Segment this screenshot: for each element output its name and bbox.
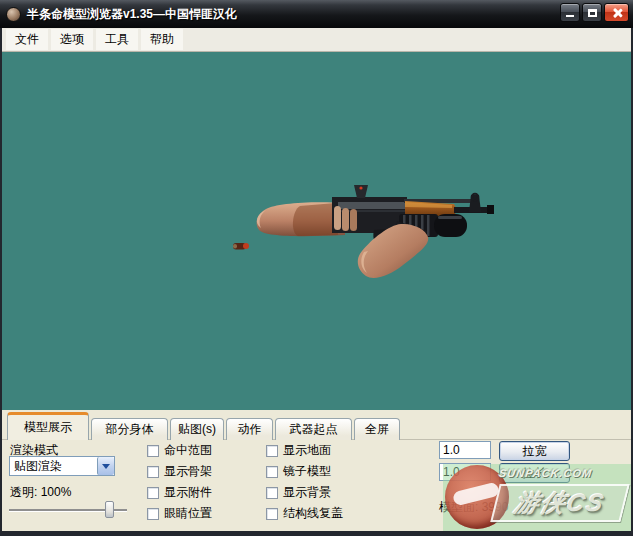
model-viewport[interactable] — [2, 52, 631, 410]
wood-handguard — [405, 201, 457, 216]
stretch-width-button[interactable]: 拉宽 — [499, 441, 570, 461]
checkbox-box[interactable] — [147, 466, 159, 478]
maximize-button[interactable] — [582, 3, 602, 22]
checkbox-box[interactable] — [266, 487, 278, 499]
control-panel: 模型展示 部分身体 贴图(s) 动作 武器起点 全屏 渲染模式 贴图渲染 透明:… — [2, 410, 631, 531]
render-mode-value: 贴图渲染 — [10, 458, 97, 475]
app-icon — [6, 7, 21, 22]
tab-weapon-origin[interactable]: 武器起点 — [275, 418, 352, 440]
checkbox-box[interactable] — [266, 445, 278, 457]
maximize-icon — [588, 9, 597, 17]
checkbox-wireframe-overlay[interactable]: 结构线复盖 — [266, 505, 343, 522]
minimize-button[interactable] — [560, 3, 580, 22]
tab-body-parts[interactable]: 部分身体 — [91, 418, 168, 440]
opacity-label: 透明: 100% — [10, 484, 71, 501]
slider-thumb[interactable] — [105, 501, 114, 518]
poly-count: 模型面: 3990 — [439, 499, 508, 516]
checkbox-background[interactable]: 显示背景 — [266, 484, 331, 501]
checkbox-eye-position[interactable]: 眼睛位置 — [147, 505, 212, 522]
checkbox-mirror[interactable]: 镜子模型 — [266, 463, 331, 480]
left-hand-fingers — [334, 206, 357, 231]
menu-bar: 文件 选项 工具 帮助 — [2, 28, 631, 52]
tab-model-display[interactable]: 模型展示 — [7, 412, 89, 440]
render-mode-select[interactable]: 贴图渲染 — [9, 456, 115, 476]
checkbox-box[interactable] — [266, 508, 278, 520]
checkbox-box[interactable] — [266, 466, 278, 478]
opacity-slider[interactable] — [9, 500, 127, 520]
ejected-shell — [233, 243, 249, 250]
checkbox-attachments[interactable]: 显示附件 — [147, 484, 212, 501]
checkbox-ground[interactable]: 显示地面 — [266, 442, 331, 459]
ak47-model — [2, 52, 631, 410]
tab-animations[interactable]: 动作 — [226, 418, 273, 440]
menu-options[interactable]: 选项 — [51, 29, 93, 50]
stretch-length-button[interactable]: 拉长 — [499, 463, 570, 483]
left-arm — [257, 202, 345, 236]
menu-help[interactable]: 帮助 — [141, 29, 183, 50]
stretch-width-input[interactable] — [439, 441, 491, 459]
checkbox-box[interactable] — [147, 445, 159, 457]
checkbox-box[interactable] — [147, 508, 159, 520]
app-window: 半条命模型浏览器v1.35—中国悍匪汉化 文件 选项 工具 帮助 — [0, 0, 633, 536]
stretch-length-input[interactable] — [439, 463, 491, 481]
close-button[interactable] — [604, 3, 629, 22]
tab-textures[interactable]: 贴图(s) — [170, 418, 224, 440]
minimize-icon — [566, 15, 574, 17]
dropdown-button[interactable] — [97, 457, 114, 475]
tab-strip: 模型展示 部分身体 贴图(s) 动作 武器起点 全屏 — [7, 412, 402, 440]
menu-file[interactable]: 文件 — [6, 29, 48, 50]
tab-fullscreen[interactable]: 全屏 — [354, 418, 400, 440]
checkbox-hitboxes[interactable]: 命中范围 — [147, 442, 212, 459]
checkbox-box[interactable] — [147, 487, 159, 499]
menu-tools[interactable]: 工具 — [96, 29, 138, 50]
checkbox-bones[interactable]: 显示骨架 — [147, 463, 212, 480]
chevron-down-icon — [102, 464, 110, 469]
barrel — [454, 194, 494, 214]
title-bar: 半条命模型浏览器v1.35—中国悍匪汉化 — [0, 0, 633, 28]
poly-count-label: 模型面: — [439, 500, 478, 514]
window-controls — [560, 3, 629, 22]
window-title: 半条命模型浏览器v1.35—中国悍匪汉化 — [27, 6, 237, 23]
close-icon — [611, 7, 622, 18]
poly-count-value: 3990 — [482, 500, 509, 514]
